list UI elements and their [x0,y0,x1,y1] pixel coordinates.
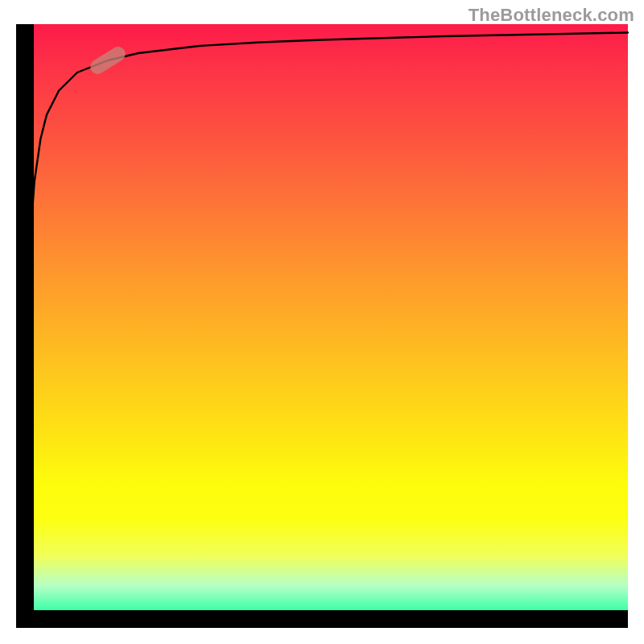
y-axis-border [16,24,34,628]
plot-frame [16,24,628,628]
chart-stage: TheBottleneck.com [0,0,644,644]
curve-path [19,33,628,617]
watermark-text: TheBottleneck.com [469,5,634,26]
curve-layer [16,24,628,628]
x-axis-border [16,610,628,628]
